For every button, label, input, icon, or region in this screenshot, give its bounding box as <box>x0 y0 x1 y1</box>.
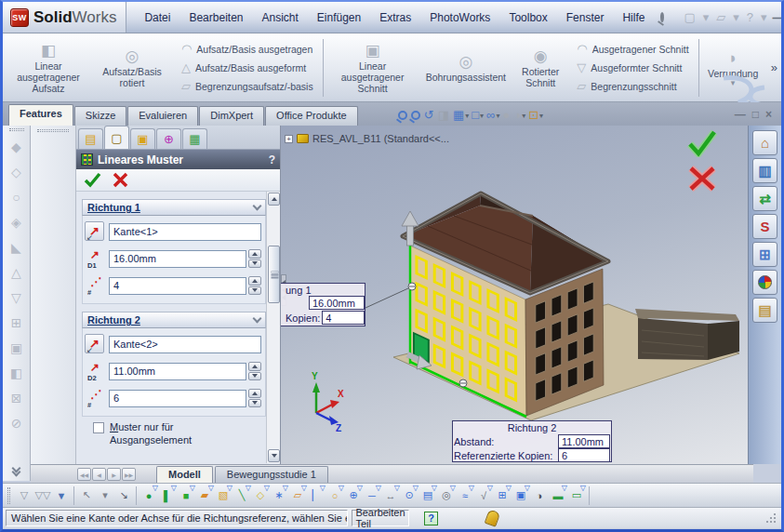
featuremanager-tab[interactable]: ▤ <box>78 128 103 149</box>
toolbar-grip[interactable] <box>7 487 10 504</box>
callout1-copies-field[interactable]: 4 <box>322 311 365 325</box>
propertymanager-tab[interactable]: ▢ <box>104 126 129 149</box>
open-document-icon[interactable]: ▱ <box>713 9 728 25</box>
callout1-spacing-field[interactable]: 16.00mm <box>309 296 365 310</box>
displaymanager-tab[interactable]: ▦ <box>182 128 207 149</box>
help-icon[interactable]: ? <box>269 153 275 166</box>
doc-close-button[interactable]: × <box>765 108 772 121</box>
callout-anchor-2[interactable] <box>459 379 467 387</box>
clear-all-filters-icon[interactable]: ▽▽ <box>33 486 52 505</box>
tab-modell[interactable]: Modell <box>156 466 213 483</box>
menu-extras[interactable]: Extras <box>371 8 419 27</box>
shadows-icon[interactable]: ● <box>502 108 511 123</box>
step-forward-button[interactable]: ▶ <box>107 468 121 481</box>
appearances-sphere-icon[interactable] <box>752 270 777 295</box>
hide-show-items-icon[interactable]: ∞ ▾ <box>486 108 499 123</box>
feature-tool-icon-4[interactable]: ◈ <box>11 210 21 235</box>
cancel-button[interactable] <box>113 172 128 188</box>
filter-surface-finish-icon[interactable]: √ <box>474 486 493 505</box>
filter-datums-icon[interactable]: ▣ <box>512 486 530 505</box>
filter-midpoints-icon[interactable]: ○ <box>326 486 344 505</box>
tag-icon[interactable] <box>485 509 501 526</box>
menu-bearbeiten[interactable]: Bearbeiten <box>180 8 251 27</box>
lofted-cut-button[interactable]: ▽ Ausgeformter Schnitt <box>573 60 692 75</box>
open-document-dropdown[interactable]: ▾ <box>730 9 742 25</box>
go-last-button[interactable]: ▶▶ <box>122 468 136 481</box>
seed-only-checkbox[interactable] <box>93 422 104 433</box>
fillet-dropdown-icon[interactable]: ▾ <box>731 79 736 86</box>
feature-tool-icon-10[interactable]: ◧ <box>10 361 22 386</box>
feature-tool-icon-8[interactable]: ⊞ <box>11 311 22 336</box>
direction1-spacing-spinner[interactable] <box>248 249 261 268</box>
filter-planes-icon[interactable]: ◇ <box>251 486 270 505</box>
lofted-boss-button[interactable]: △ Aufsatz/Basis ausgeformt <box>178 60 317 75</box>
direction1-count-field[interactable]: 4 <box>109 277 246 295</box>
filter-sketch-points-icon[interactable]: ∗ <box>270 486 288 505</box>
collapse-chevron-icon[interactable] <box>254 318 260 322</box>
graphics-viewport[interactable]: Y X Z + RES_AVL_B11 (Standard<<... <box>281 126 753 464</box>
invert-selection-icon[interactable]: ↘ <box>114 486 133 505</box>
direction2-reference-field[interactable]: Kante<2> <box>109 336 261 353</box>
feature-tool-icon-5[interactable]: ◣ <box>11 235 21 260</box>
filter-notes-icon[interactable]: ▤ <box>419 486 437 505</box>
dimxpertmanager-tab[interactable]: ⊕ <box>156 128 181 149</box>
menu-ansicht[interactable]: Ansicht <box>253 8 306 27</box>
tab-bewegungsstudie-1[interactable]: Bewegungsstudie 1 <box>215 466 328 483</box>
collapse-chevron-icon[interactable] <box>254 206 260 209</box>
hole-wizard-button[interactable]: ◎ Bohrungsassistent <box>420 36 512 100</box>
menu-hilfe[interactable]: Hilfe <box>614 8 653 27</box>
feature-tool-icon-7[interactable]: ▽ <box>11 286 21 311</box>
view-palette-icon[interactable]: ⊞ <box>752 242 777 267</box>
direction1-callout[interactable]: ung 1 16.00mm Kopien: 4 <box>281 283 365 326</box>
filter-balloons-icon[interactable]: ◎ <box>437 486 456 505</box>
scroll-up-button[interactable] <box>268 193 280 206</box>
tab-features[interactable]: Features <box>8 104 73 126</box>
select-all-filters-icon[interactable]: ▼ <box>52 486 71 505</box>
toolbar-grip[interactable] <box>37 129 69 132</box>
feature-tool-icon-1[interactable]: ◆ <box>11 135 21 160</box>
filter-weld-symbols-icon[interactable]: ≈ <box>456 486 474 505</box>
direction1-reference-icon[interactable]: ↗ ↙ <box>85 221 104 241</box>
select-dropdown-icon[interactable]: ▾ <box>96 486 114 505</box>
group-header-direction2[interactable]: Richtung 2 <box>82 312 266 328</box>
filter-connection-points-icon[interactable]: ▬ <box>549 486 567 505</box>
quick-tips-help-icon[interactable]: ? <box>424 512 438 525</box>
boundary-boss-button[interactable]: ▱ Begrenzungsaufsatz/-basis <box>178 78 317 94</box>
search-icon[interactable] <box>660 12 664 22</box>
ok-button[interactable] <box>84 172 101 188</box>
filter-routing-points-icon[interactable]: ▭ <box>567 486 586 505</box>
fillet-button[interactable]: ◗ Verrundung ▾ <box>700 36 764 100</box>
feature-tool-icon-6[interactable]: △ <box>11 260 21 286</box>
minimize-button[interactable]: — <box>770 10 784 25</box>
swept-cut-button[interactable]: ◠ Ausgetragener Schnitt <box>573 41 692 57</box>
filter-hole-callouts-icon[interactable]: ⊙ <box>400 486 419 505</box>
group-header-direction1[interactable]: Richtung 1 <box>82 199 266 216</box>
toolbar-grip[interactable] <box>9 128 24 131</box>
display-style-icon[interactable]: □ ▾ <box>472 108 484 123</box>
linear-boss-button[interactable]: ◧ Linear ausgetragener Aufsatz <box>7 36 90 100</box>
filter-edges-icon[interactable]: ▌ <box>158 486 177 505</box>
tab-dimxpert[interactable]: DimXpert <box>199 106 264 126</box>
extruded-cut-button[interactable]: ▣ Linear ausgetragener Schnitt <box>326 36 420 100</box>
filter-geometric-tolerances-icon[interactable]: ⊞ <box>493 486 512 505</box>
tree-root-item[interactable]: RES_AVL_B11 (Standard<<... <box>312 133 449 144</box>
feature-tool-icon-3[interactable]: ○ <box>12 185 20 210</box>
tab-evaluieren[interactable]: Evaluieren <box>127 106 198 126</box>
filter-sketch-segments-icon[interactable]: ▏ <box>307 486 326 505</box>
revolved-cut-button[interactable]: ◉ Rotierter Schnitt <box>512 36 569 100</box>
tree-expand-icon[interactable]: + <box>285 135 293 143</box>
zoom-fit-icon[interactable] <box>398 111 408 120</box>
confirm-cancel-button[interactable] <box>686 165 718 193</box>
filter-faces-icon[interactable]: ■ <box>177 486 195 505</box>
filter-center-marks-icon[interactable]: ⊕ <box>344 486 363 505</box>
direction2-spacing-spinner[interactable] <box>248 362 261 380</box>
callout-anchor-1[interactable] <box>408 283 416 290</box>
boundary-cut-button[interactable]: ▱ Begrenzungsschnitt <box>573 78 692 94</box>
toolbar-more-chevron-icon[interactable] <box>13 468 20 475</box>
doc-restore-button[interactable]: □ <box>752 108 759 121</box>
feature-tool-icon-11[interactable]: ⊠ <box>11 386 22 411</box>
selection-filter-toggle-icon[interactable]: ▽ <box>15 486 33 505</box>
direction1-reference-field[interactable]: Kante<1> <box>109 223 261 241</box>
filter-axes-icon[interactable]: ╲ <box>233 486 251 505</box>
file-explorer-icon[interactable]: ⇄ <box>752 186 777 211</box>
